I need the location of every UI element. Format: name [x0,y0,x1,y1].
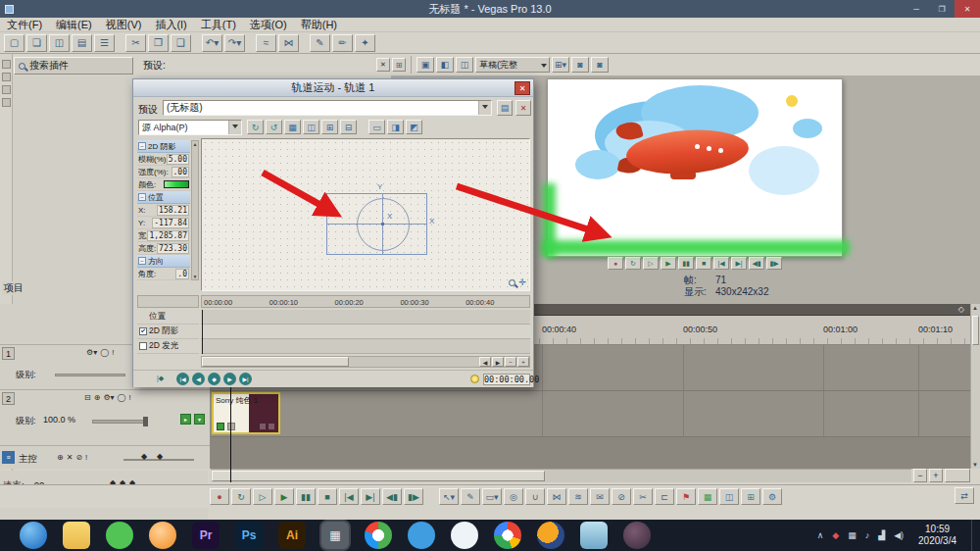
track-icon[interactable]: ! [129,393,131,402]
cd-index-button[interactable]: ⊞ [741,488,760,505]
mixer-button[interactable]: ⚙ [762,488,782,505]
shadow-color-swatch[interactable] [164,180,189,188]
dock-tab-icon[interactable] [2,85,11,94]
prevent-move-x-button[interactable]: ▭ [368,120,385,134]
clip-fx-icon[interactable] [269,424,274,429]
dialog-layer-row[interactable]: 2D 阴影 [137,325,199,339]
pan-icon[interactable]: ✛ [518,277,526,287]
stop-button[interactable]: ■ [696,257,711,270]
antivirus-tray-icon[interactable]: ◆ [832,530,839,540]
overlay-grid-button[interactable]: ⊞▾ [552,57,569,73]
dialog-titlebar[interactable]: 轨道运动 - 轨道 1 [133,79,533,97]
menu-item[interactable]: 视图(V) [99,18,149,32]
prevent-scale-button[interactable]: ◩ [406,120,422,134]
property-row[interactable]: Y:-117.84 [137,217,190,229]
dialog-timecode[interactable]: 00:00:00.00 [483,374,530,385]
app-tray-icon[interactable]: ▦ [848,530,857,540]
track-icon[interactable]: ⚙▾ [86,348,97,357]
region-button[interactable]: ▦ [698,488,717,505]
zoom-icon[interactable] [509,279,515,286]
tray-chevron-icon[interactable]: ∧ [817,530,824,540]
properties-button[interactable]: ☰ [94,34,115,52]
keyframe-lane[interactable] [201,325,530,339]
prop-value[interactable]: .0 [175,269,189,279]
layer-checkbox[interactable] [139,327,147,335]
copy-button[interactable]: ❐ [148,34,169,52]
dock-tab-icon[interactable] [2,60,11,69]
lock-aspect-button[interactable]: ⊞ [321,120,338,134]
keyframe-lane[interactable] [201,339,530,354]
master-bus-header[interactable]: ≡ 主控 ⊕✕⊘! ◆ ◆ [0,447,210,469]
loop-button[interactable]: ↻ [231,488,251,505]
pen-button[interactable]: ✏ [332,34,353,52]
scrollbar-thumb[interactable] [202,357,349,367]
taskbar-calculator-button[interactable] [580,522,608,549]
center-point[interactable] [381,223,384,225]
close-panel-button[interactable]: ✕ [376,58,390,72]
property-scrollbar[interactable]: ▲ ▼ [191,140,199,280]
play-from-start-button[interactable]: ▷ [643,257,659,270]
prop-value[interactable]: -117.84 [152,218,189,228]
timeline-clip[interactable]: Sony 纯色 1 [212,392,280,434]
dock-tab-icon[interactable] [2,73,11,81]
trim-button[interactable]: ⊏ [655,488,674,505]
play-button[interactable]: ▶ [661,257,676,270]
track-header-2[interactable]: 2 ⊟⊕⚙▾◯! 级别: 100.0 % ▸▾ [0,390,210,446]
property-row[interactable]: 颜色: [137,178,190,191]
track-icon[interactable]: ◯ [118,393,126,402]
property-row[interactable]: 角度:.0 [137,268,190,280]
menu-item[interactable]: 编辑(E) [49,18,99,32]
envelope-tool-button[interactable]: ✎ [461,488,480,505]
collapse-icon[interactable]: − [138,142,146,150]
plugin-search-tab[interactable]: 搜索插件 [14,57,133,75]
taskbar-illustrator-button[interactable]: Ai [278,522,306,549]
track-icon[interactable]: ⚙▾ [103,393,114,402]
normal-edit-tool-button[interactable]: ↖▾ [439,488,459,505]
save-preset-button[interactable]: ▤ [497,100,513,116]
network-tray-icon[interactable]: ▟ [878,530,885,540]
track-icon[interactable]: ! [112,348,114,357]
lock-envelope-button[interactable]: ✉ [590,488,610,505]
close-button[interactable]: ✕ [955,0,980,18]
menu-item[interactable]: 文件(F) [0,18,49,32]
play-button[interactable]: ▶ [274,488,294,505]
zoom-in-button[interactable]: + [929,469,943,482]
taskbar-premiere-button[interactable]: Pr [192,522,220,549]
record-button[interactable]: ● [608,257,623,270]
clip-pan-icon[interactable] [260,424,266,429]
level-slider[interactable] [55,374,125,376]
scroll-left-icon[interactable]: ◀ [479,357,491,367]
stop-button[interactable]: ■ [318,488,337,505]
dialog-layer-row[interactable]: 位置 [137,310,199,325]
volume-tray-icon[interactable]: ◀) [894,530,904,540]
keyframe-lanes[interactable] [201,310,530,354]
preset-combo[interactable]: (无标题) [163,100,492,116]
video-preview-frame[interactable] [547,78,843,257]
taskbar-360-button[interactable] [365,522,392,549]
render-as-button[interactable]: ▤ [72,34,92,52]
taskbar-explorer-button[interactable] [63,522,90,549]
go-end-button[interactable]: ▶| [361,488,380,505]
split-screen-button[interactable]: ◫ [456,57,473,73]
zoom-tool-button[interactable]: ◎ [504,488,523,505]
collapse-icon[interactable]: − [138,193,146,201]
fader-thumb-icon[interactable]: ◆ [157,452,163,461]
prop-value[interactable]: 723.30 [157,243,189,254]
envelope-button[interactable]: ✎ [310,34,330,52]
menu-item[interactable]: 选项(O) [243,18,294,32]
prop-value[interactable]: 1,285.87 [147,230,189,241]
layout-split-button[interactable]: ◫ [303,120,319,134]
save-button[interactable]: ◫ [49,34,70,52]
track-icon[interactable]: ⊕ [94,393,101,402]
keyframe-lane[interactable] [201,310,530,325]
crossfade-toggle-button[interactable]: ⋈ [547,488,566,505]
dock-panel-button[interactable]: ⊞ [392,58,406,72]
next-frame-button[interactable]: ▮▶ [766,257,782,270]
taskbar-qq-button[interactable] [451,522,478,549]
track-icon[interactable]: ⊟ [84,393,91,402]
prev-keyframe-button[interactable]: ◀ [192,373,205,385]
cut-button[interactable]: ✂ [125,34,146,52]
prev-frame-button[interactable]: ◀▮ [382,488,402,505]
rotate-ccw-button[interactable]: ↺ [266,120,282,134]
dialog-ruler[interactable]: 00:00:0000:00:1000:00:2000:00:3000:00:40 [201,295,530,308]
